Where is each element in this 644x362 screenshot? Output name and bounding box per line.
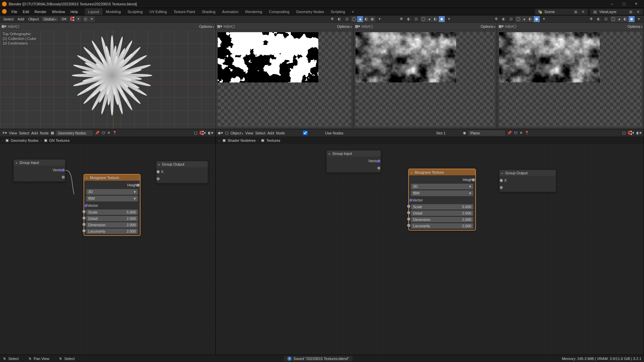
overlay-toggle-icon[interactable]: ◐▾	[208, 131, 213, 135]
node-group-input[interactable]: Group Input Vector	[13, 159, 65, 182]
shading-dd2[interactable]: ▾	[446, 16, 452, 22]
orientation-dropdown[interactable]: Global	[42, 17, 58, 21]
scale-field[interactable]: Scale5.000	[411, 204, 473, 209]
editor-type-icon[interactable]: ▦▾	[498, 24, 504, 28]
resize-handle-icon[interactable]: ‹›	[218, 138, 220, 142]
browse-icon[interactable]: ▦	[51, 131, 54, 135]
editor-type-icon[interactable]: ◉▾	[218, 131, 223, 135]
shading-dd3[interactable]: ▾	[541, 16, 547, 22]
th-object[interactable]: Object	[27, 17, 40, 21]
viewlayer-selector[interactable]: ▤ ⊞ ✕	[590, 9, 643, 15]
menu-help[interactable]: Help	[68, 8, 81, 15]
node-musgrave-texture[interactable]: Musgrave Texture Height 3D▾ fBM▾ Vector …	[84, 174, 140, 236]
menu-file[interactable]: File	[9, 8, 20, 15]
gn-view[interactable]: View	[9, 131, 17, 135]
scene-new-icon[interactable]: ⊞	[573, 10, 579, 14]
th-select[interactable]: Select	[2, 17, 15, 21]
proportional-edit[interactable]: ◎▾	[83, 16, 95, 22]
dim-select[interactable]: 3D▾	[86, 189, 138, 195]
parent-icon[interactable]: ▢	[622, 131, 626, 135]
bc-leaf[interactable]: GN Textures	[49, 138, 70, 142]
scene-selector[interactable]: 🎭 ⊞ ✕	[535, 9, 588, 15]
shading-modes-2[interactable]: ◯●◐◉	[516, 16, 540, 22]
use-nodes-checkbox[interactable]: Use Nodes	[287, 131, 343, 135]
editor-type-icon[interactable]: ✳▾	[2, 131, 7, 135]
gizmo-icon2[interactable]: ✥	[398, 16, 405, 22]
workspace-tab[interactable]: Geometry Nodes	[293, 8, 327, 15]
shader-editor[interactable]: ◉▾ ▢ Object View Select Add Node Use Nod…	[216, 129, 644, 355]
viewport-2[interactable]: ▦▾ ▭▯▱▢ Options	[354, 23, 497, 129]
viewlayer-input[interactable]	[599, 10, 626, 14]
shader-type-icon[interactable]: ▢	[225, 131, 228, 135]
options-dropdown[interactable]: Options	[337, 24, 352, 28]
unlink-icon[interactable]: ✕	[107, 131, 110, 135]
socket-in-icon[interactable]	[407, 205, 410, 208]
menu-render[interactable]: Render	[32, 8, 49, 15]
socket-in-icon[interactable]	[83, 210, 86, 213]
socket-in-icon[interactable]	[83, 223, 86, 226]
detail-field[interactable]: Detail2.000	[411, 210, 473, 216]
viewport-3[interactable]: ▦▾ ▭▯▱▢ Options	[497, 23, 644, 129]
gn-select[interactable]: Select	[19, 131, 30, 135]
editor-type-icon[interactable]: ▦▾	[355, 24, 360, 28]
close-button[interactable]: ✕	[630, 0, 642, 8]
gn-node[interactable]: Node	[40, 131, 49, 135]
shading-modes-0[interactable]: ◯●◐◉	[351, 16, 375, 22]
scene-input[interactable]	[544, 10, 571, 14]
menu-edit[interactable]: Edit	[20, 8, 32, 15]
gizmo-icon4[interactable]: ✥	[588, 16, 594, 22]
editor-type-icon[interactable]: ▦▾	[217, 24, 222, 28]
socket-in-icon[interactable]	[83, 217, 86, 220]
bc-root[interactable]: Shader Nodetree	[228, 138, 256, 142]
fake-user-icon[interactable]: 🛡	[514, 131, 518, 135]
type-select[interactable]: fBM▾	[86, 196, 138, 201]
options-dropdown[interactable]: Options	[628, 24, 642, 28]
viewport-0[interactable]: ▦▾ ▭▯▱▢ Options Top Orthographic (1) Col…	[0, 23, 216, 129]
viewlayer-new-icon[interactable]: ⊞	[628, 10, 634, 14]
sn-view[interactable]: View	[245, 131, 253, 135]
socket-out-icon[interactable]	[377, 167, 380, 170]
type-select[interactable]: fBM▾	[411, 190, 473, 196]
unlink-icon[interactable]: ✕	[520, 131, 523, 135]
viewlayer-del-icon[interactable]: ✕	[635, 10, 641, 14]
socket-in-icon[interactable]	[157, 170, 160, 173]
maximize-button[interactable]: ▢	[618, 0, 630, 8]
material-name-input[interactable]	[468, 130, 505, 136]
socket-in-icon[interactable]	[409, 199, 412, 202]
node-musgrave-texture[interactable]: Musgrave Texture Height 3D▾ fBM▾ Vector …	[409, 169, 476, 230]
socket-out-icon[interactable]	[62, 169, 65, 172]
bc-leaf[interactable]: Textures	[266, 138, 280, 142]
pin-icon[interactable]: 📌	[507, 131, 512, 135]
workspace-tab[interactable]: Scripting	[327, 8, 348, 15]
resize-handle-icon[interactable]: ‹›	[0, 125, 1, 129]
node-group-output[interactable]: Group Output X	[499, 170, 556, 192]
xray-icon3[interactable]: ⊡	[508, 16, 514, 22]
options-dropdown[interactable]: Options	[199, 24, 214, 28]
overlay-icon2[interactable]: ◐	[406, 16, 412, 22]
editor-type-icon[interactable]: ▦▾	[1, 24, 7, 28]
fake-user-icon[interactable]: 🛡	[102, 131, 105, 135]
gn-add[interactable]: Add	[31, 131, 38, 135]
snap-icon[interactable]: 🧲▾	[628, 131, 634, 135]
socket-out-icon[interactable]	[377, 160, 380, 163]
workspace-tab[interactable]: Texture Paint	[170, 8, 198, 15]
gizmo-icon3[interactable]: ✥	[493, 16, 499, 22]
workspace-tab[interactable]: Shading	[199, 8, 219, 15]
socket-in-icon[interactable]	[500, 186, 503, 189]
material-icon[interactable]: ◉	[463, 131, 466, 135]
xray-icon2[interactable]: ⊡	[413, 16, 419, 22]
shading-modes-1[interactable]: ◯●◐◉	[421, 16, 445, 22]
sn-add[interactable]: Add	[267, 131, 274, 135]
socket-out-icon[interactable]	[62, 176, 65, 179]
socket-in-icon[interactable]	[407, 211, 410, 214]
xray-icon4[interactable]: ⊡	[603, 16, 609, 22]
workspace-tab[interactable]: Modeling	[103, 8, 124, 15]
socket-in-icon[interactable]	[157, 177, 160, 180]
snap-toggle[interactable]: 🧲▾	[69, 16, 82, 22]
workspace-tab[interactable]: Animation	[219, 8, 242, 15]
pivot-dropdown[interactable]: ⊙▾	[60, 17, 68, 21]
socket-out-icon[interactable]	[472, 178, 475, 181]
workspace-tab[interactable]: UV Editing	[146, 8, 170, 15]
shading-dd4[interactable]: ▾	[636, 16, 642, 22]
socket-out-icon[interactable]	[137, 184, 140, 187]
